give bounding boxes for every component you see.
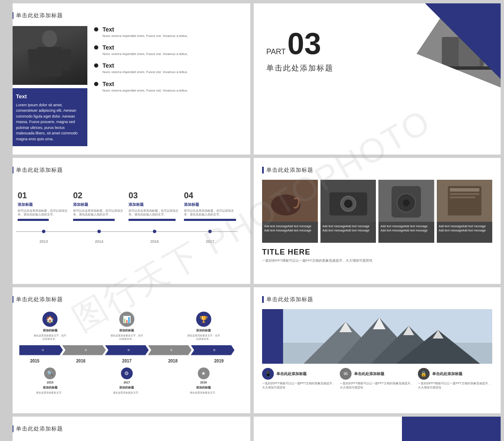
slide-1-left-col: Text Lorem ipsum dolor sit amet, consect… [12,26,87,146]
gallery-caption-1: Add text messageAdd text message Add tex… [262,222,318,243]
bullet-item-1: Text Nunc viverra imperdiet enim. Fusce … [94,26,242,38]
coffee-svg [262,180,318,222]
slide-1: 单击此处添加标题 Text L [3,3,250,155]
bullet-dot-3 [94,63,98,68]
bullet-content-3: Text Nunc viverra imperdiet enim. Fusce … [102,62,188,74]
trophy-icon-circle: 🏆 [196,312,211,327]
info-card-1: 📱 单击此处添加标题 一套好的PPT模板可以让一篇PPT文稿的形象迅速提升，大大… [262,368,336,390]
timeline-area: 01 添加标题 您可以在这里添加标题，也可以添加文本。请在此处输入您的文字。 0… [12,182,242,252]
lock-icon: 🔒 [418,368,430,380]
bottom-label-3: 添加的标题 [196,386,211,390]
tl-num-2: 02 [73,191,82,200]
bullet-content-1: Text Nunc viverra imperdiet enim. Fusce … [102,26,188,38]
timeline-years: 2013 2014 2016 2017 [16,239,238,244]
slide-3-header: 单击此处添加标题 [12,166,242,174]
slide-6: 单击此处添加标题 📱 [254,287,501,413]
tl-title-1: 添加标题 [18,202,33,207]
bullet-desc-3: Nunc viverra imperdiet enim. Fusce est. … [102,70,188,74]
home-icon-circle: 🏠 [42,312,58,327]
slide-3-title: 单击此处添加标题 [16,166,63,174]
gallery-grid: Add text messageAdd text message Add tex… [262,180,492,243]
part-number: 03 [287,29,321,59]
process-icon-1: 🏠 添加的标题 请在这里添加更多文字，也可以添加文本。 [33,312,67,341]
bottom-desc-1: 请在这里添加更多文字。 [36,391,64,395]
mountain-photo [262,309,492,364]
process-icon-2: 📊 添加的标题 请在这里添加更多文字，也可以添加文本。 [110,312,144,341]
svg-rect-2 [28,49,39,71]
camera-svg [320,180,376,222]
process-desc-1: 请在这里添加更多文字，也可以添加文本。 [33,334,67,341]
timeline-dot-2 [97,230,101,233]
tl-bar-4 [184,219,236,221]
info-card-3-desc: 一套好的PPT模板可以让一篇PPT文稿的形象迅速提升，大大增加可观赏性 [418,381,492,390]
svg-point-0 [42,30,57,47]
info-card-1-desc: 一套好的PPT模板可以让一篇PPT文稿的形象迅速提升，大大增加可观赏性 [262,381,336,390]
timeline-line-container [16,225,238,238]
process-year-3: 2017 [122,359,131,363]
gallery-caption-2: Add text messageAdd text message Add tex… [320,222,376,243]
photo-figure [12,26,87,85]
tl-bar-1 [18,219,49,221]
speaker-svg [378,180,434,222]
tl-desc-4: 您可以在这里添加标题，也可以添加文本。请在此处输入您的文字。 [184,209,236,216]
timeline-dot-3 [153,230,156,233]
bullet-title-2: Text [102,44,188,51]
year-4: 2017 [206,239,214,244]
timeline-item-1: 01 添加标题 您可以在这里添加标题，也可以添加文本。请在此处输入您的文字。 [16,191,71,221]
tl-num-3: 03 [129,191,138,200]
slide-1-right-col: Text Nunc viverra imperdiet enim. Fusce … [94,26,242,146]
gallery-img-camera [320,180,376,222]
info-card-2: ✉ 单击此处添加标题 一套好的PPT模板可以让一篇PPT文稿的形象迅速提升，大大… [340,368,414,390]
arrow-4: ④ [148,345,192,355]
mail-icon: ✉ [340,368,352,380]
arrow-num-1: ① [42,349,44,352]
tl-bar-3 [129,219,176,221]
tl-desc-1: 您可以在这里添加标题，也可以添加文本。请在此处输入您的文字。 [18,209,70,216]
process-bottom-3: ★ 2019 添加的标题 请在这里添加更多文字。 [190,368,218,395]
bottom-desc-2: 请在这里添加更多文字。 [113,391,141,395]
text-box: Text Lorem ipsum dolor sit amet, consect… [12,88,87,146]
info-card-1-header: 📱 单击此处添加标题 [262,368,336,380]
page-wrapper: 单击此处添加标题 Text L [0,0,504,441]
info-card-3-title: 单击此处添加标题 [432,371,462,377]
year-1: 2013 [39,239,48,244]
slide-4-title: 单击此处添加标题 [266,166,313,174]
slide-6-header: 单击此处添加标题 [262,296,492,303]
bullet-title-1: Text [102,26,188,33]
process-year-2: 2016 [76,359,85,363]
slide-4-header: 单击此处添加标题 [262,166,492,174]
tl-title-4: 添加标题 [184,202,199,207]
process-year-4: 2018 [168,359,177,363]
process-years-row: 2015 2016 2017 2018 2019 [12,359,242,363]
bullet-content-4: Text Nunc viverra imperdiet enim. Fusce … [102,81,188,93]
text-box-title: Text [16,92,83,101]
arrow-5: ⑤ [191,345,234,355]
bullet-dot-2 [94,45,98,50]
info-card-2-header: ✉ 单击此处添加标题 [340,368,414,380]
mountain-svg [262,309,492,364]
process-bottom: 🔍 2015 添加的标题 请在这里添加更多文字。 ⚙ 2017 添加的标题 请在… [12,368,242,395]
bottom-label-2: 添加的标题 [119,386,134,390]
slide-1-title: 单击此处添加标题 [16,12,63,19]
gallery-title: TITLE HERE [262,248,492,257]
thumbnail-strip [0,0,13,441]
arrow-3: ③ [105,345,149,355]
gear-icon-circle: ⚙ [121,368,133,379]
slide-4-accent-bar [262,167,264,173]
person-silhouette [24,26,75,85]
info-card-2-title: 单击此处添加标题 [354,371,384,377]
book-svg [437,180,493,222]
gallery-img-book [437,180,493,222]
svg-rect-23 [450,197,475,198]
slide-4: 单击此处添加标题 Add text messageAdd text messag… [254,158,501,284]
svg-point-14 [344,200,352,208]
bullet-desc-1: Nunc viverra imperdiet enim. Fusce est. … [102,34,188,38]
bullet-dot-4 [94,82,98,86]
chart-icon-circle: 📊 [119,312,134,327]
star-icon-circle: ★ [198,368,210,379]
bullet-dot-1 [94,27,98,32]
arrow-num-2: ② [84,349,87,352]
bottom-year-2: 2017 [123,381,130,384]
gallery-caption-4: Add text messageAdd text message Add tex… [437,222,493,243]
slide-5: 单击此处添加标题 🏠 添加的标题 请在这里添加更多文字，也可以添加文本。 📊 添… [3,287,250,413]
